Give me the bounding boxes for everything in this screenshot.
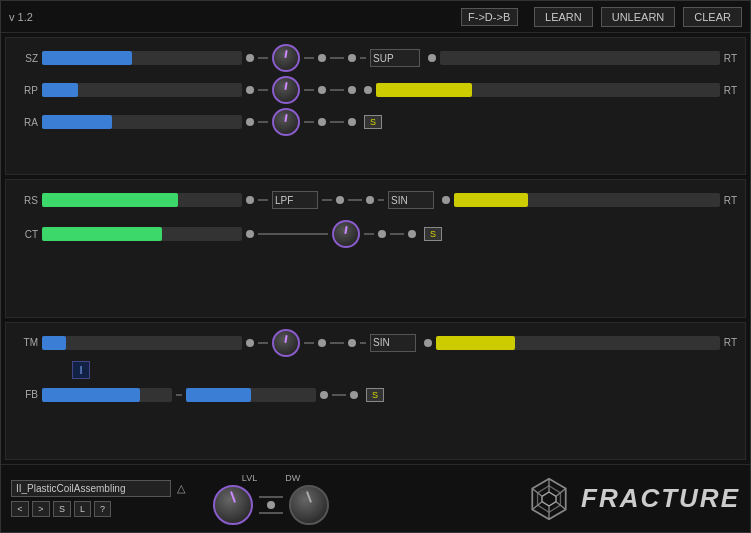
lvl-knob[interactable] (213, 485, 253, 525)
sz-dot (246, 54, 254, 62)
row-rp: RP RT (14, 76, 737, 104)
preset-area: II_PlasticCoilAssembling △ < > S L ? (11, 480, 185, 517)
rp-slider[interactable] (42, 83, 242, 97)
dw-knob[interactable] (289, 485, 329, 525)
sz-connector4 (360, 57, 366, 59)
rp-rt-label: RT (724, 85, 737, 96)
tm-connector (258, 342, 268, 344)
sz-rt-slider[interactable] (440, 51, 720, 65)
fb-s-btn[interactable]: S (366, 388, 384, 402)
sz-slider[interactable] (42, 51, 242, 65)
section-2: RS LPFHPFBPF SINSUPTRI (5, 179, 746, 317)
sz-rt-dot (428, 54, 436, 62)
sz-dot3 (348, 54, 356, 62)
clear-button[interactable]: CLEAR (683, 7, 742, 27)
row-tm: TM SINSUPTRI (14, 329, 737, 357)
rs-rt-slider[interactable] (454, 193, 720, 207)
mid-dot (267, 501, 275, 509)
rs-dot2 (336, 196, 344, 204)
rp-dot3 (348, 86, 356, 94)
ct-slider[interactable] (42, 227, 242, 241)
ct-dot3 (408, 230, 416, 238)
unlearn-button[interactable]: UNLEARN (601, 7, 676, 27)
main-container: v 1.2 F->D->B F->B->D D->F->B LEARN UNLE… (0, 0, 751, 533)
tm-connector2 (304, 342, 314, 344)
sz-connector (258, 57, 268, 59)
ct-label: CT (14, 229, 38, 240)
tm-connector3 (330, 342, 344, 344)
dw-connector (259, 512, 283, 514)
tm-rt-label: RT (724, 337, 737, 348)
rs-connector (258, 199, 268, 201)
row-fb: FB S (14, 381, 737, 409)
ra-knob[interactable] (272, 108, 300, 136)
rs-slider[interactable] (42, 193, 242, 207)
tm-dot2 (318, 339, 326, 347)
ct-s-btn[interactable]: S (424, 227, 442, 241)
tm-label: TM (14, 337, 38, 348)
preset-nav: < > S L ? (11, 501, 185, 517)
preset-next-button[interactable]: > (32, 501, 50, 517)
fb-connector (176, 394, 182, 396)
preset-help-button[interactable]: ? (94, 501, 111, 517)
rs-filter-dropdown[interactable]: LPFHPFBPF (272, 191, 318, 209)
rs-connector2 (322, 199, 332, 201)
ct-connector2 (364, 233, 374, 235)
rp-connector3 (330, 89, 344, 91)
routing-select[interactable]: F->D->B F->B->D D->F->B (461, 8, 518, 26)
row-ct: CT S (14, 220, 737, 248)
ra-dot (246, 118, 254, 126)
preset-load-button[interactable]: L (74, 501, 91, 517)
tm-rt-slider[interactable] (436, 336, 720, 350)
fb-slider2[interactable] (186, 388, 316, 402)
sz-knob[interactable] (272, 44, 300, 72)
rs-dot3 (366, 196, 374, 204)
tm-dropdown[interactable]: SINSUPTRI (370, 334, 416, 352)
tm-dot3 (348, 339, 356, 347)
rp-connector (258, 89, 268, 91)
section-1: SZ SUPSINTRI (5, 37, 746, 175)
fracture-label: FRACTURE (581, 483, 740, 514)
ct-knob[interactable] (332, 220, 360, 248)
preset-prev-button[interactable]: < (11, 501, 29, 517)
rp-rt-slider[interactable] (376, 83, 720, 97)
rs-dropdown[interactable]: SINSUPTRI (388, 191, 434, 209)
rp-label: RP (14, 85, 38, 96)
tm-slider[interactable] (42, 336, 242, 350)
tm-connector4 (360, 342, 366, 344)
rs-label: RS (14, 195, 38, 206)
learn-button[interactable]: LEARN (534, 7, 593, 27)
sz-connector2 (304, 57, 314, 59)
preset-save-button[interactable]: S (53, 501, 71, 517)
rs-connector4 (378, 199, 384, 201)
row-ra: RA S (14, 108, 737, 136)
rs-rt-label: RT (724, 195, 737, 206)
ra-s-btn[interactable]: S (364, 115, 382, 129)
row-rs: RS LPFHPFBPF SINSUPTRI (14, 186, 737, 214)
rp-connector2 (304, 89, 314, 91)
sections-area: SZ SUPSINTRI (1, 33, 750, 464)
sz-dot2 (318, 54, 326, 62)
lvl-connector (259, 496, 283, 498)
ra-slider[interactable] (42, 115, 242, 129)
ra-label: RA (14, 117, 38, 128)
fb-dot2 (350, 391, 358, 399)
lvl-dw-knobs (213, 485, 329, 525)
connector-area (259, 496, 283, 514)
sz-rt-label: RT (724, 53, 737, 64)
sz-connector3 (330, 57, 344, 59)
ct-connector3 (390, 233, 404, 235)
fb-dot (320, 391, 328, 399)
sz-dropdown[interactable]: SUPSINTRI (370, 49, 420, 67)
ra-connector3 (330, 121, 344, 123)
fracture-area: FRACTURE (527, 477, 740, 521)
rp-knob[interactable] (272, 76, 300, 104)
fracture-icon (527, 477, 571, 521)
rp-dot (246, 86, 254, 94)
fb-slider[interactable] (42, 388, 172, 402)
tm-knob[interactable] (272, 329, 300, 357)
ct-dot (246, 230, 254, 238)
preset-select[interactable]: II_PlasticCoilAssembling (11, 480, 171, 497)
row-i-connector: I (14, 361, 737, 379)
i-box: I (72, 361, 90, 379)
